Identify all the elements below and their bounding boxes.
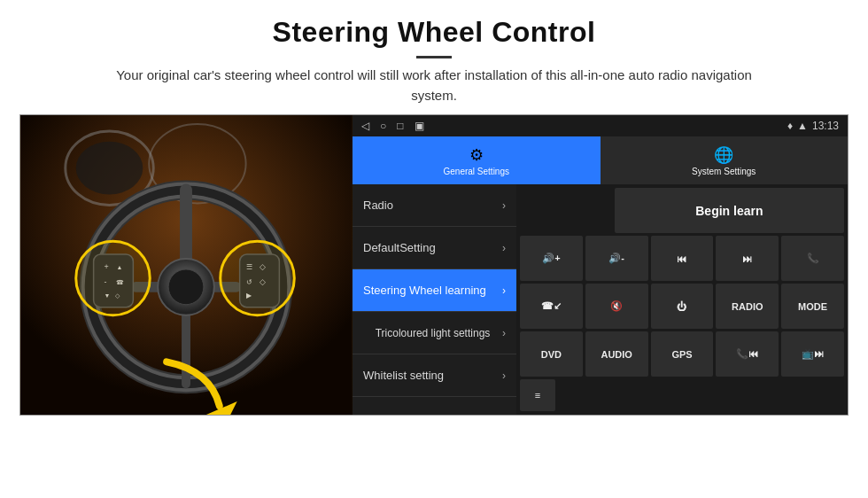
btn-row-2: ☎↙ 🔇 ⏻ RADIO MODE xyxy=(520,284,844,329)
phone-button[interactable]: 📞 xyxy=(781,236,844,281)
tab-general[interactable]: ⚙ General Settings xyxy=(353,136,601,184)
audio-button[interactable]: AUDIO xyxy=(585,331,648,377)
wifi-icon: ▲ xyxy=(797,120,808,132)
hangup-button[interactable]: ☎↙ xyxy=(520,284,583,329)
vol-down-button[interactable]: 🔊- xyxy=(585,236,648,281)
prev-button[interactable]: ⏮ xyxy=(651,236,714,281)
steering-bg: + ▲ - ☎ ▼ ◇ ☰ ◇ ↺ ◇ ▶ xyxy=(20,115,353,415)
menu-item-steering-label: Steering Wheel learning xyxy=(363,284,502,297)
svg-point-22 xyxy=(76,241,151,315)
menu-item-tricoloured[interactable]: Tricoloured light settings › xyxy=(353,312,516,354)
tv-next-icon: 📺⏭ xyxy=(802,348,824,360)
menu-item-steering[interactable]: Steering Wheel learning › xyxy=(353,269,516,312)
vol-down-icon: 🔊- xyxy=(608,253,624,264)
vol-up-button[interactable]: 🔊+ xyxy=(520,236,583,281)
back-icon[interactable]: ◁ xyxy=(361,120,369,132)
gps-button[interactable]: GPS xyxy=(651,331,714,377)
status-bar: ◁ ○ □ ▣ ♦ ▲ 13:13 xyxy=(353,115,848,136)
menu-area: Radio › DefaultSetting › Steering Wheel … xyxy=(353,184,848,415)
chevron-right-icon: › xyxy=(502,242,506,254)
chevron-right-icon: › xyxy=(502,199,506,212)
tab-bar: ⚙ General Settings 🌐 System Settings xyxy=(353,136,848,184)
next-icon: ⏭ xyxy=(742,253,752,264)
globe-icon: 🌐 xyxy=(714,145,733,165)
power-icon: ⏻ xyxy=(677,301,686,312)
recent-icon[interactable]: □ xyxy=(397,120,403,132)
steering-wheel-svg: + ▲ - ☎ ▼ ◇ ☰ ◇ ↺ ◇ ▶ xyxy=(20,115,353,415)
dvd-label: DVD xyxy=(541,349,562,360)
svg-point-2 xyxy=(76,142,143,195)
svg-point-21 xyxy=(168,269,204,305)
tab-general-label: General Settings xyxy=(444,167,510,176)
menu-item-whitelist-label: Whitelist setting xyxy=(363,369,502,382)
chevron-right-icon: › xyxy=(502,284,506,297)
status-time: 13:13 xyxy=(812,120,839,132)
mode-button[interactable]: MODE xyxy=(781,284,844,329)
menu-item-radio-label: Radio xyxy=(363,198,502,212)
menu-item-default[interactable]: DefaultSetting › xyxy=(353,227,516,269)
vol-up-icon: 🔊+ xyxy=(542,253,560,264)
content-area: + ▲ - ☎ ▼ ◇ ☰ ◇ ↺ ◇ ▶ xyxy=(19,114,849,416)
chevron-right-icon: › xyxy=(502,327,506,339)
gps-label: GPS xyxy=(671,349,692,360)
next-button[interactable]: ⏭ xyxy=(716,236,779,281)
steering-wheel-image: + ▲ - ☎ ▼ ◇ ☰ ◇ ↺ ◇ ▶ xyxy=(20,115,353,415)
radio-button[interactable]: RADIO xyxy=(716,284,779,329)
android-ui: ◁ ○ □ ▣ ♦ ▲ 13:13 ⚙ General Settings 🌐 S… xyxy=(353,115,848,415)
power-button[interactable]: ⏻ xyxy=(651,284,714,329)
tab-system[interactable]: 🌐 System Settings xyxy=(601,136,849,184)
spacer xyxy=(520,188,612,233)
menu-item-radio[interactable]: Radio › xyxy=(353,184,516,227)
menu-icon-button[interactable]: ≡ xyxy=(520,379,555,411)
page-title: Steering Wheel Control xyxy=(35,16,833,49)
row4-spacer xyxy=(558,379,844,411)
button-grid: Begin learn 🔊+ 🔊- ⏮ ⏭ xyxy=(516,184,848,415)
home-icon[interactable]: ○ xyxy=(380,120,386,132)
screenshot-icon[interactable]: ▣ xyxy=(415,120,424,132)
radio-label: RADIO xyxy=(732,301,763,312)
mode-label: MODE xyxy=(798,301,827,312)
menu-item-default-label: DefaultSetting xyxy=(363,241,502,254)
location-icon: ♦ xyxy=(787,120,793,132)
gear-icon: ⚙ xyxy=(469,145,484,165)
menu-item-tricoloured-label: Tricoloured light settings xyxy=(363,327,502,339)
dvd-button[interactable]: DVD xyxy=(520,331,583,377)
audio-label: AUDIO xyxy=(601,349,632,360)
title-divider xyxy=(416,56,452,58)
menu-item-whitelist[interactable]: Whitelist setting › xyxy=(353,354,516,397)
status-left: ◁ ○ □ ▣ xyxy=(361,120,424,132)
tab-system-label: System Settings xyxy=(692,167,756,176)
btn-row-1: 🔊+ 🔊- ⏮ ⏭ 📞 xyxy=(520,236,844,281)
menu-list-icon: ≡ xyxy=(535,390,540,401)
phone-icon: 📞 xyxy=(807,253,819,264)
mute-button[interactable]: 🔇 xyxy=(585,284,648,329)
chevron-right-icon: › xyxy=(502,370,506,382)
phone-prev-button[interactable]: 📞⏮ xyxy=(716,331,779,377)
page-header: Steering Wheel Control Your original car… xyxy=(0,0,868,114)
menu-list: Radio › DefaultSetting › Steering Wheel … xyxy=(353,184,516,415)
begin-learn-button[interactable]: Begin learn xyxy=(615,188,844,233)
btn-row-0: Begin learn xyxy=(520,188,844,233)
btn-row-3: DVD AUDIO GPS 📞⏮ 📺⏭ xyxy=(520,331,844,377)
btn-row-4: ≡ xyxy=(520,379,844,411)
status-right: ♦ ▲ 13:13 xyxy=(787,120,839,132)
hangup-icon: ☎↙ xyxy=(541,300,562,312)
svg-point-23 xyxy=(221,241,295,315)
tv-next-button[interactable]: 📺⏭ xyxy=(781,331,844,377)
mute-icon: 🔇 xyxy=(610,300,623,312)
prev-icon: ⏮ xyxy=(677,253,686,264)
page-subtitle: Your original car's steering wheel contr… xyxy=(115,66,753,105)
phone-prev-icon: 📞⏮ xyxy=(736,348,758,360)
